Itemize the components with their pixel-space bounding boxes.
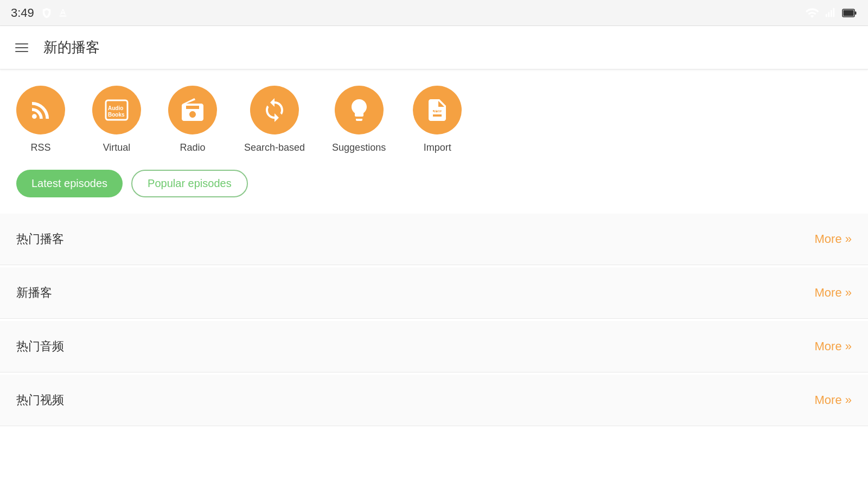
hot-video-title: 热门视频 [16, 392, 64, 408]
rss-label: RSS [30, 142, 50, 153]
sections-list: 热门播客 More » 新播客 More » 热门音频 More » 热门视频 … [0, 208, 868, 434]
svg-rect-5 [844, 10, 854, 16]
search-based-label: Search-based [244, 142, 305, 153]
suggestions-circle [335, 86, 384, 134]
category-search-based[interactable]: Search-based [244, 86, 305, 153]
hot-audio-title: 热门音频 [16, 338, 64, 355]
status-icons [41, 7, 69, 19]
svg-rect-0 [826, 14, 827, 17]
text-icon [57, 7, 69, 19]
shield-icon [41, 7, 53, 19]
category-virtual[interactable]: Audio Books Virtual [92, 86, 141, 153]
app-bar: 新的播客 [0, 26, 868, 69]
cast-button[interactable] [775, 37, 796, 59]
overflow-menu-button[interactable] [835, 37, 857, 59]
search-button[interactable] [744, 37, 766, 59]
new-podcasts-more[interactable]: More » [815, 286, 852, 300]
popular-episodes-tab[interactable]: Popular episodes [131, 170, 248, 197]
svg-rect-1 [828, 12, 829, 17]
category-rss[interactable]: RSS [16, 86, 65, 153]
search-based-circle [250, 86, 299, 134]
category-suggestions[interactable]: Suggestions [332, 86, 386, 153]
hot-video-more[interactable]: More » [815, 393, 852, 407]
virtual-circle: Audio Books [92, 86, 141, 134]
translate-button[interactable] [805, 37, 827, 59]
app-title: 新的播客 [43, 38, 744, 57]
status-left: 3:49 [11, 6, 69, 20]
radio-circle [168, 86, 217, 134]
import-circle: OPML [413, 86, 462, 134]
section-hot-podcasts[interactable]: 热门播客 More » [0, 214, 868, 265]
svg-rect-6 [855, 11, 857, 15]
hot-podcasts-title: 热门播客 [16, 231, 64, 247]
tabs-section: Latest episodes Popular episodes [0, 164, 868, 208]
battery-icon [842, 7, 857, 19]
section-hot-audio[interactable]: 热门音频 More » [0, 321, 868, 373]
app-bar-actions [744, 37, 857, 59]
hot-audio-more[interactable]: More » [815, 339, 852, 354]
signal-icon [825, 7, 837, 19]
radio-label: Radio [180, 142, 205, 153]
svg-rect-3 [833, 8, 835, 17]
latest-episodes-tab[interactable]: Latest episodes [16, 170, 123, 197]
new-podcasts-title: 新播客 [16, 285, 52, 301]
svg-rect-2 [831, 10, 832, 17]
svg-text:OPML: OPML [432, 109, 443, 113]
section-hot-video[interactable]: 热门视频 More » [0, 375, 868, 426]
status-time: 3:49 [11, 6, 34, 20]
svg-text:Audio: Audio [108, 105, 123, 111]
hot-podcasts-more[interactable]: More » [815, 232, 852, 246]
suggestions-label: Suggestions [332, 142, 386, 153]
categories-section: RSS Audio Books Virtual Radio Search-bas… [0, 69, 868, 164]
import-label: Import [424, 142, 451, 153]
virtual-label: Virtual [103, 142, 131, 153]
category-radio[interactable]: Radio [168, 86, 217, 153]
wifi-icon [805, 6, 819, 20]
section-new-podcasts[interactable]: 新播客 More » [0, 267, 868, 319]
category-import[interactable]: OPML Import [413, 86, 462, 153]
status-bar: 3:49 [0, 0, 868, 26]
hamburger-menu-button[interactable] [11, 37, 33, 59]
rss-circle [16, 86, 65, 134]
status-right [805, 6, 857, 20]
svg-text:Books: Books [108, 112, 125, 118]
